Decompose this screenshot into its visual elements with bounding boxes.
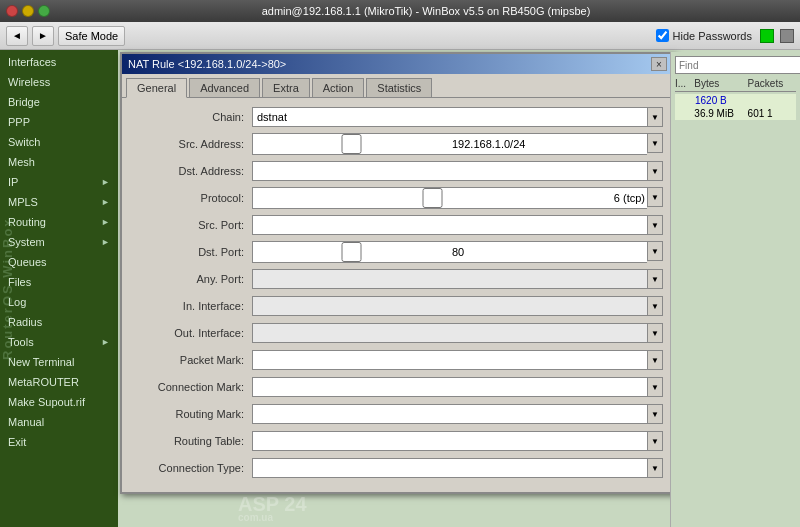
sidebar-item-ppp[interactable]: PPP	[0, 112, 118, 132]
any-port-input[interactable]	[252, 269, 647, 289]
asp24-watermark: ASP 24com.ua	[238, 493, 307, 523]
sidebar-label-tools: Tools	[8, 336, 34, 348]
tab-extra[interactable]: Extra	[262, 78, 310, 97]
in-interface-input[interactable]	[252, 296, 647, 316]
connection-mark-dropdown-btn[interactable]: ▼	[647, 377, 663, 397]
col-header-i: I...	[675, 78, 694, 89]
routing-mark-input[interactable]	[252, 404, 647, 424]
connection-indicator-gray	[780, 29, 794, 43]
chain-input[interactable]	[252, 107, 647, 127]
tab-general[interactable]: General	[126, 78, 187, 98]
protocol-label: Protocol:	[132, 192, 252, 204]
sidebar-label-make-supout: Make Supout.rif	[8, 396, 85, 408]
hide-passwords-container: Hide Passwords	[656, 29, 794, 43]
dst-address-input[interactable]	[252, 161, 647, 181]
table-row-1: 1620 B	[675, 94, 796, 107]
sidebar-item-make-supout[interactable]: Make Supout.rif	[0, 392, 118, 412]
protocol-dropdown-btn[interactable]: ▼	[647, 187, 663, 207]
connection-type-input[interactable]	[252, 458, 647, 478]
sidebar-item-radius[interactable]: Radius	[0, 312, 118, 332]
in-interface-control: ▼	[252, 296, 663, 316]
sidebar-item-log[interactable]: Log	[0, 292, 118, 312]
out-interface-control: ▼	[252, 323, 663, 343]
routing-mark-row: Routing Mark: ▼	[132, 403, 663, 425]
sidebar-label-log: Log	[8, 296, 26, 308]
sidebar-item-metarouter[interactable]: MetaROUTER	[0, 372, 118, 392]
sidebar-item-exit[interactable]: Exit	[0, 432, 118, 452]
any-port-dropdown-btn[interactable]: ▼	[647, 269, 663, 289]
src-port-control: ▼	[252, 215, 663, 235]
sidebar-item-new-terminal[interactable]: New Terminal	[0, 352, 118, 372]
chain-control: ▼	[252, 107, 663, 127]
connection-mark-input[interactable]	[252, 377, 647, 397]
packet-mark-dropdown-btn[interactable]: ▼	[647, 350, 663, 370]
connection-type-control: ▼	[252, 458, 663, 478]
connection-type-dropdown-btn[interactable]: ▼	[647, 458, 663, 478]
protocol-value: 6 (tcp)	[612, 192, 647, 204]
sidebar-item-interfaces[interactable]: Interfaces	[0, 52, 118, 72]
src-address-control: ▼	[252, 133, 663, 155]
connection-mark-label: Connection Mark:	[132, 381, 252, 393]
packet-mark-control: ▼	[252, 350, 663, 370]
sidebar-item-queues[interactable]: Queues	[0, 252, 118, 272]
sidebar-item-manual[interactable]: Manual	[0, 412, 118, 432]
back-button[interactable]: ◄	[6, 26, 28, 46]
routing-table-input[interactable]	[252, 431, 647, 451]
protocol-checkbox[interactable]	[255, 188, 610, 208]
src-port-dropdown-btn[interactable]: ▼	[647, 215, 663, 235]
hide-passwords-label: Hide Passwords	[673, 30, 752, 42]
connection-mark-row: Connection Mark: ▼	[132, 376, 663, 398]
tab-action[interactable]: Action	[312, 78, 365, 97]
sidebar-item-routing[interactable]: Routing ►	[0, 212, 118, 232]
src-address-input[interactable]	[450, 134, 647, 154]
sidebar-label-interfaces: Interfaces	[8, 56, 56, 68]
chain-row: Chain: ▼	[132, 106, 663, 128]
routing-mark-dropdown-btn[interactable]: ▼	[647, 404, 663, 424]
safe-mode-button[interactable]: Safe Mode	[58, 26, 125, 46]
find-input[interactable]	[675, 56, 800, 74]
dialog-body: Chain: ▼ Src. Address: ▼	[122, 98, 673, 492]
sidebar-item-bridge[interactable]: Bridge	[0, 92, 118, 112]
src-port-label: Src. Port:	[132, 219, 252, 231]
src-address-dropdown-btn[interactable]: ▼	[647, 133, 663, 153]
find-bar: all	[675, 56, 796, 74]
sidebar-item-system[interactable]: System ►	[0, 232, 118, 252]
dst-port-checkbox[interactable]	[255, 242, 448, 262]
tab-advanced[interactable]: Advanced	[189, 78, 260, 97]
packet-mark-input[interactable]	[252, 350, 647, 370]
routing-table-dropdown-btn[interactable]: ▼	[647, 431, 663, 451]
forward-button[interactable]: ►	[32, 26, 54, 46]
packet-mark-row: Packet Mark: ▼	[132, 349, 663, 371]
routing-table-control: ▼	[252, 431, 663, 451]
src-address-checkbox[interactable]	[255, 134, 448, 154]
in-interface-dropdown-btn[interactable]: ▼	[647, 296, 663, 316]
sidebar-item-ip[interactable]: IP ►	[0, 172, 118, 192]
dst-port-row: Dst. Port: ▼	[132, 241, 663, 263]
sidebar-item-mesh[interactable]: Mesh	[0, 152, 118, 172]
minimize-button[interactable]	[22, 5, 34, 17]
sidebar-label-new-terminal: New Terminal	[8, 356, 74, 368]
right-panel: all I... Bytes Packets 1620 B 36.9 MiB 6…	[670, 52, 800, 527]
out-interface-dropdown-btn[interactable]: ▼	[647, 323, 663, 343]
dst-port-dropdown-btn[interactable]: ▼	[647, 241, 663, 261]
sidebar-item-files[interactable]: Files	[0, 272, 118, 292]
sidebar-item-wireless[interactable]: Wireless	[0, 72, 118, 92]
out-interface-row: Out. Interface: ▼	[132, 322, 663, 344]
in-interface-label: In. Interface:	[132, 300, 252, 312]
sidebar-item-switch[interactable]: Switch	[0, 132, 118, 152]
sidebar-item-tools[interactable]: Tools ►	[0, 332, 118, 352]
window-controls[interactable]	[6, 5, 50, 17]
dst-address-dropdown-btn[interactable]: ▼	[647, 161, 663, 181]
tools-arrow: ►	[101, 337, 110, 347]
tab-statistics[interactable]: Statistics	[366, 78, 432, 97]
dialog-close-button[interactable]: ×	[651, 57, 667, 71]
sidebar-item-mpls[interactable]: MPLS ►	[0, 192, 118, 212]
src-port-input[interactable]	[252, 215, 647, 235]
out-interface-input[interactable]	[252, 323, 647, 343]
hide-passwords-checkbox[interactable]	[656, 29, 669, 42]
maximize-button[interactable]	[38, 5, 50, 17]
connection-indicator-green	[760, 29, 774, 43]
close-button[interactable]	[6, 5, 18, 17]
chain-dropdown-btn[interactable]: ▼	[647, 107, 663, 127]
dst-port-input[interactable]	[450, 242, 647, 262]
